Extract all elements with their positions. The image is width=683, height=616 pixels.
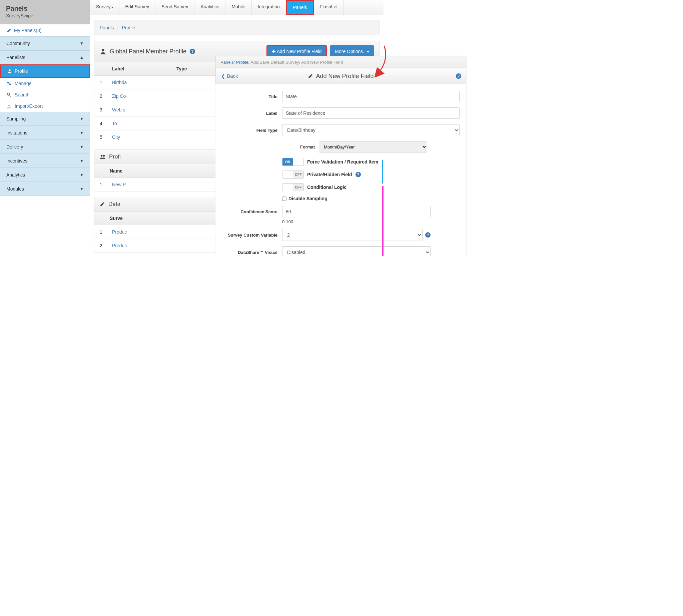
- svg-point-5: [102, 49, 105, 52]
- search-nav-item[interactable]: Search: [0, 89, 90, 101]
- tab-flashlet[interactable]: FlashLet: [314, 0, 344, 15]
- svg-point-0: [9, 69, 10, 71]
- top-nav: Surveys Edit Survey Send Survey Analytic…: [90, 0, 384, 15]
- edit-icon: [7, 28, 12, 33]
- upload-icon: [7, 104, 12, 108]
- sidebar-title: Panels: [6, 5, 84, 12]
- tab-edit-survey[interactable]: Edit Survey: [119, 0, 156, 15]
- confidence-input[interactable]: [282, 206, 431, 217]
- customvar-label: Survey Custom Variable: [222, 233, 282, 238]
- datashare-label: DataShare™ Visual: [222, 250, 282, 255]
- breadcrumb-panels[interactable]: Panels: [100, 25, 114, 30]
- import-export-nav-item[interactable]: Import/Export: [0, 101, 90, 112]
- force-validation-label: Force Validation / Required Item: [307, 159, 378, 164]
- chevron-down-icon: ▼: [80, 116, 84, 121]
- svg-point-1: [7, 82, 9, 83]
- modal-breadcrumb: Panels/ Profile/ Add/Save Default Survey…: [215, 56, 466, 68]
- page-title: Global Panel Member Profile: [110, 48, 186, 55]
- sidebar-header: Panels SurveySwipe: [0, 0, 90, 24]
- profile-nav-item[interactable]: Profile: [0, 64, 90, 78]
- gears-icon: [7, 81, 12, 86]
- back-button[interactable]: ❮ Back: [221, 73, 238, 79]
- tab-surveys[interactable]: Surveys: [90, 0, 119, 15]
- chevron-down-icon: ▼: [80, 130, 84, 135]
- edit-icon: [308, 73, 313, 79]
- search-icon: [7, 92, 12, 97]
- sidebar-subtitle: SurveySwipe: [6, 13, 84, 18]
- my-panels-link[interactable]: My Panels(3): [0, 24, 90, 36]
- delivery-section[interactable]: Delivery▼: [0, 140, 90, 154]
- sidebar: Panels SurveySwipe My Panels(3) Communit…: [0, 0, 90, 256]
- title-label: Title: [222, 94, 282, 99]
- svg-point-2: [9, 83, 11, 85]
- add-profile-field-modal: Panels/ Profile/ Add/Save Default Survey…: [215, 56, 466, 256]
- label-label: Label: [222, 111, 282, 116]
- users-icon: [100, 154, 106, 160]
- svg-point-6: [101, 155, 103, 157]
- sampling-section[interactable]: Sampling▼: [0, 112, 90, 126]
- force-validation-toggle[interactable]: ON: [282, 158, 304, 166]
- tab-analytics[interactable]: Analytics: [195, 0, 225, 15]
- svg-point-3: [7, 93, 10, 95]
- help-icon[interactable]: ?: [356, 172, 361, 177]
- chevron-down-icon: ▼: [80, 186, 84, 191]
- tab-send-survey[interactable]: Send Survey: [155, 0, 195, 15]
- disable-sampling-checkbox[interactable]: [282, 197, 287, 201]
- chevron-down-icon: ▼: [80, 41, 84, 46]
- svg-point-7: [103, 155, 105, 157]
- format-select[interactable]: Month/Day/Year: [319, 141, 427, 153]
- fieldtype-label: Field Type: [222, 128, 282, 133]
- chevron-down-icon: ▼: [80, 173, 84, 177]
- help-icon[interactable]: ?: [425, 232, 431, 238]
- incentives-section[interactable]: Incentives▼: [0, 154, 90, 168]
- chevron-left-icon: ❮: [221, 73, 227, 79]
- svg-line-4: [10, 95, 11, 97]
- manage-nav-item[interactable]: Manage: [0, 78, 90, 89]
- conditional-logic-label: Conditional Logic: [307, 184, 346, 190]
- fieldtype-select[interactable]: Date/Birthday: [282, 124, 459, 136]
- chevron-down-icon: ▼: [80, 145, 84, 149]
- breadcrumb-profile[interactable]: Profile: [122, 25, 135, 30]
- modal-title: Add New Profile Field: [316, 73, 373, 80]
- private-field-toggle[interactable]: OFF: [282, 171, 304, 178]
- decorative-strip: [382, 160, 383, 183]
- format-label: Format: [282, 145, 319, 150]
- help-icon[interactable]: ?: [190, 49, 195, 54]
- decorative-strip: [382, 186, 384, 256]
- chevron-down-icon: ▾: [367, 49, 369, 54]
- tab-panels[interactable]: Panels: [286, 0, 314, 15]
- analytics-section[interactable]: Analytics▼: [0, 168, 90, 182]
- label-input[interactable]: [282, 107, 459, 119]
- plus-icon: ✚: [272, 49, 277, 54]
- community-section[interactable]: Community ▼: [0, 36, 90, 50]
- confidence-hint: 0-100: [282, 219, 459, 224]
- chevron-up-icon: ▲: [80, 55, 84, 60]
- modules-section[interactable]: Modules▼: [0, 182, 90, 196]
- conditional-logic-toggle[interactable]: OFF: [282, 183, 304, 191]
- user-icon: [7, 69, 12, 73]
- panelists-section[interactable]: Panelists ▲: [0, 50, 90, 64]
- customvar-select[interactable]: 2: [282, 229, 423, 241]
- breadcrumb: Panels / Profile: [94, 20, 380, 36]
- help-icon[interactable]: ?: [456, 73, 461, 79]
- private-field-label: Private/Hidden Field: [307, 172, 352, 177]
- user-icon: [100, 48, 106, 55]
- tab-integration[interactable]: Integration: [252, 0, 286, 15]
- chevron-down-icon: ▼: [80, 158, 84, 163]
- edit-icon: [100, 201, 105, 207]
- tab-mobile[interactable]: Mobile: [225, 0, 251, 15]
- title-input[interactable]: [282, 91, 459, 102]
- datashare-select[interactable]: Disabled: [282, 246, 431, 256]
- main-content: Surveys Edit Survey Send Survey Analytic…: [90, 0, 384, 256]
- disable-sampling-label: Disable Sampling: [289, 196, 327, 201]
- confidence-label: Confidence Score: [222, 209, 282, 214]
- invitations-section[interactable]: Invitations▼: [0, 126, 90, 140]
- col-label: Label: [107, 62, 171, 75]
